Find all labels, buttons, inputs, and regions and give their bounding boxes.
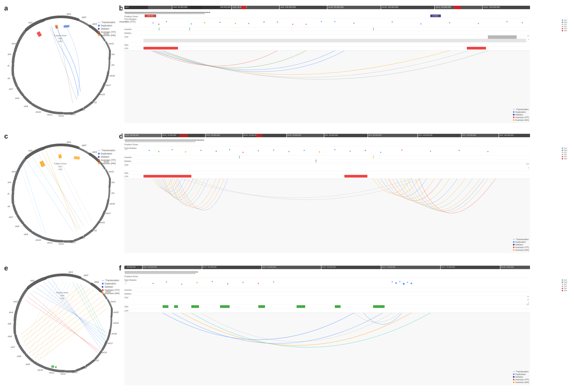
panel-a-circos: chr1 chrY chrX chr22 chr21 chr20 chr19 c…	[8, 10, 115, 120]
svg-point-50	[158, 24, 159, 25]
gain-block-4	[220, 305, 230, 308]
panel-b-chr-ruler: chr7 chr8: 50,000,000 100,000,000 chr9: …	[124, 6, 530, 10]
svg-text:chrY: chrY	[84, 274, 89, 277]
svg-point-186	[166, 281, 167, 282]
svg-point-113	[304, 150, 305, 151]
svg-text:chr5: chr5	[8, 65, 9, 67]
svg-text:chr19: chr19	[113, 322, 119, 324]
panel-d-deletion: Deletion	[124, 159, 530, 163]
svg-point-45	[420, 23, 422, 24]
svg-text:chrX: chrX	[92, 151, 97, 153]
legend-inversion-hh: Inversion (HH)	[98, 34, 116, 37]
panel-b-linear: chr7 chr8: 50,000,000 100,000,000 chr9: …	[123, 4, 568, 130]
svg-point-110	[258, 150, 259, 151]
panel-f-label: f	[119, 264, 121, 272]
svg-point-54	[292, 24, 293, 25]
svg-point-117	[365, 150, 366, 151]
svg-point-40	[277, 21, 278, 22]
panel-b-sv-legend: Translocation Duplication Deletion Inver…	[513, 108, 529, 121]
svg-point-103	[158, 151, 159, 152]
svg-text:chr4: chr4	[9, 311, 13, 314]
svg-point-187	[181, 284, 182, 285]
svg-point-191	[243, 282, 244, 283]
svg-text:chr8: chr8	[15, 225, 19, 227]
svg-point-114	[319, 151, 320, 152]
svg-text:chr9: chr9	[26, 363, 30, 365]
svg-point-53	[264, 21, 265, 22]
panel-d-linear: chr20: 60,000,000 chr21: 20,000,000 chr2…	[123, 132, 568, 258]
svg-text:Putative Driver: Putative Driver	[56, 292, 68, 294]
svg-text:chr7: chr7	[9, 88, 13, 90]
svg-text:chr3: chr3	[12, 170, 16, 173]
svg-point-49	[522, 22, 523, 23]
znf703-marker: ZNF703	[145, 15, 156, 17]
svg-point-193	[273, 281, 274, 282]
svg-rect-124	[373, 156, 374, 158]
svg-point-111	[273, 149, 274, 150]
svg-point-44	[392, 21, 393, 22]
svg-rect-63	[74, 156, 80, 160]
panel-d-sv-legend: Translocation Duplication Deletion Inver…	[513, 238, 529, 251]
svg-rect-123	[239, 156, 240, 158]
svg-text:chr6: chr6	[8, 77, 10, 79]
svg-text:chr2: chr2	[28, 149, 33, 152]
svg-text:chr21: chr21	[111, 300, 116, 303]
panel-e-circos: chr1 chrY chrX chr22 chr21 chr20 chr19 c…	[8, 268, 119, 382]
legend-translocation: Translocation	[98, 21, 116, 24]
panel-f-sv-legend: Translocation Duplication Deletion Inver…	[513, 370, 529, 383]
legend-inversion-hh-label: Inversion (HH)	[101, 34, 116, 37]
panel-d-sv-arcs: Translocation Duplication Deletion Inver…	[124, 179, 530, 253]
svg-text:Putative Driver: Putative Driver	[54, 163, 67, 165]
svg-text:chr16: chr16	[102, 351, 107, 354]
svg-text:chr3: chr3	[14, 300, 18, 303]
panel-d-point-mut: Point Mutation -10° CpA	[124, 146, 530, 155]
panel-f-chr-ruler: ← 45,000,000 chr17: 50,000,000 chr17: 55…	[124, 266, 530, 269]
svg-text:chrY: chrY	[82, 144, 87, 147]
svg-text:chrY: chrY	[82, 16, 87, 19]
svg-text:chr20: chr20	[111, 53, 115, 56]
svg-text:chr13: chr13	[70, 113, 75, 115]
svg-point-52	[235, 23, 236, 24]
svg-text:Gain: Gain	[60, 295, 64, 297]
svg-point-199	[410, 283, 412, 284]
svg-text:chr19: chr19	[111, 192, 115, 194]
legend-duplication-label: Duplication	[101, 24, 112, 27]
svg-line-4	[50, 27, 77, 99]
svg-point-195	[395, 282, 397, 284]
legend-translocation-label: Translocation	[102, 21, 115, 24]
svg-text:chr5: chr5	[8, 323, 11, 325]
svg-rect-56	[159, 28, 159, 30]
panel-b-gain-track: Gain	[124, 43, 530, 46]
panel-f-driver-row: Putative Driver	[124, 275, 530, 278]
svg-text:chr10: chr10	[36, 239, 41, 241]
panel-b-cnv-track: CNV 10 0	[124, 35, 530, 42]
deletion-diamond-icon	[98, 28, 100, 30]
panel-b-genes: ▶▶▶▶▶▶▶▶▶▶▶▶▶▶▶▶▶▶▶▶▶▶▶▶▶▶▶▶▶▶▶▶▶▶▶▶▶▶▶▶…	[124, 10, 530, 14]
svg-text:chr14: chr14	[80, 109, 85, 111]
inversion-annotation-text: Inversion (TIT)	[119, 20, 136, 23]
svg-point-108	[229, 149, 230, 150]
loh-bar-2	[467, 47, 486, 50]
legend-deletion-label: Deletion	[101, 28, 109, 30]
svg-point-189	[212, 281, 213, 282]
svg-rect-59	[144, 39, 526, 42]
svg-point-48	[507, 21, 508, 22]
panel-f-deletion: Deletion	[124, 292, 530, 295]
panel-d-insertion: Insertion	[124, 155, 530, 159]
svg-text:chr12: chr12	[61, 373, 66, 375]
svg-text:Gain: Gain	[58, 166, 62, 168]
svg-text:chr11: chr11	[47, 242, 52, 244]
svg-text:chr2: chr2	[30, 280, 34, 282]
gain-block-5	[258, 305, 265, 308]
svg-text:chrX: chrX	[94, 281, 99, 283]
gain-block-6	[297, 305, 305, 308]
panel-d-loh: LOH	[124, 174, 530, 178]
svg-point-119	[401, 149, 402, 150]
svg-text:chr15: chr15	[91, 101, 97, 104]
duplication-dot-icon	[98, 25, 100, 27]
panel-b-sv-arcs: Translocation Duplication Deletion Inver…	[124, 51, 530, 123]
svg-text:chr1: chr1	[67, 13, 71, 16]
svg-point-196	[399, 281, 400, 282]
panel-d-chr-ruler: chr20: 60,000,000 chr21: 20,000,000 chr2…	[124, 134, 530, 138]
svg-text:LOH: LOH	[58, 40, 62, 42]
